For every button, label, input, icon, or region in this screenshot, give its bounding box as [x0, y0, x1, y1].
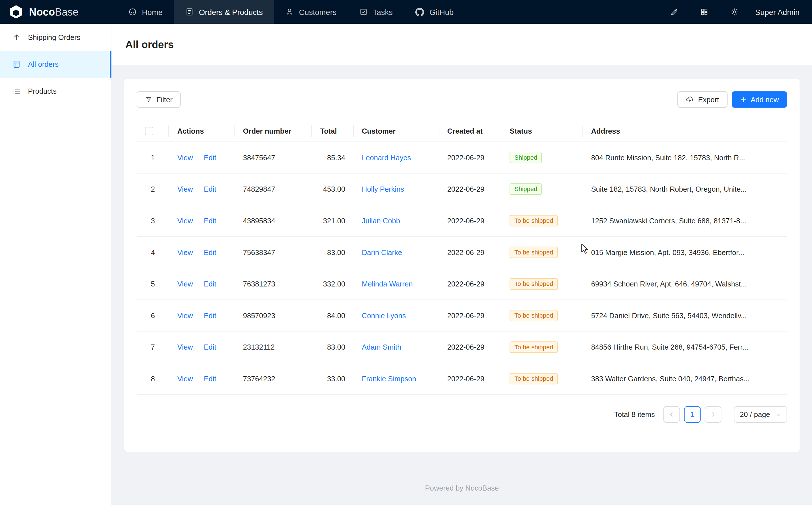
view-link[interactable]: View [178, 248, 193, 257]
brand[interactable]: NocoBase [0, 0, 117, 24]
table-row: 5 ViewEdit 76381273 332.00 Melinda Warre… [137, 269, 787, 300]
customer-link[interactable]: Melinda Warren [362, 280, 413, 288]
export-icon [686, 96, 694, 104]
view-link[interactable]: View [178, 216, 193, 225]
export-button-label: Export [698, 96, 719, 104]
list-icon [12, 87, 21, 95]
row-index: 3 [151, 217, 155, 225]
row-index: 4 [151, 248, 155, 257]
edit-link[interactable]: Edit [204, 311, 216, 320]
status-badge: To be shipped [510, 373, 558, 384]
customer-link[interactable]: Connie Lyons [362, 312, 406, 320]
address-text: 69934 Schoen River, Apt. 646, 49704, Wal… [591, 280, 747, 288]
page-size-select[interactable]: 20 / page [734, 406, 787, 423]
status-badge: To be shipped [510, 215, 558, 226]
edit-link[interactable]: Edit [204, 216, 216, 225]
content: Filter Export Add [111, 65, 812, 492]
customer-link[interactable]: Frankie Simpson [362, 375, 416, 383]
table-row: 4 ViewEdit 75638347 83.00 Darin Clarke 2… [137, 237, 787, 269]
sidebar-item-all-orders[interactable]: All orders [0, 51, 111, 77]
apps-icon[interactable] [694, 0, 715, 24]
app-root: NocoBase Home Orders & Products Customer… [0, 0, 812, 505]
nav-item-home[interactable]: Home [117, 0, 174, 24]
orders-card: Filter Export Add [124, 79, 800, 452]
status-badge: Shipped [510, 152, 542, 163]
main-area: All orders Filter [111, 24, 812, 505]
export-button[interactable]: Export [677, 91, 728, 108]
edit-link[interactable]: Edit [204, 185, 216, 193]
action-divider [198, 186, 199, 194]
action-divider [198, 218, 199, 225]
customer-link[interactable]: Julian Cobb [362, 217, 400, 225]
orders-icon [185, 8, 194, 16]
order-number: 38475647 [243, 153, 275, 162]
add-new-button[interactable]: Add new [731, 91, 787, 108]
created-at: 2022-06-29 [447, 375, 484, 383]
pagination: Total 8 items 1 20 / page [137, 406, 787, 423]
address-text: 804 Runte Mission, Suite 182, 15783, Nor… [591, 153, 745, 162]
sidebar-item-products[interactable]: Products [0, 78, 111, 105]
filter-button[interactable]: Filter [137, 91, 181, 108]
edit-link[interactable]: Edit [204, 280, 216, 288]
created-at: 2022-06-29 [447, 185, 484, 193]
user-menu[interactable]: Super Admin [755, 8, 800, 16]
nav-item-orders-products[interactable]: Orders & Products [174, 0, 274, 24]
customer-link[interactable]: Leonard Hayes [362, 153, 411, 162]
next-page-button[interactable] [705, 406, 721, 423]
status-badge: To be shipped [510, 310, 558, 321]
nav-item-label: GitHub [430, 8, 454, 16]
view-link[interactable]: View [178, 280, 193, 288]
table-row: 6 ViewEdit 98570923 84.00 Connie Lyons 2… [137, 300, 787, 332]
brand-name-bold: Noco [29, 6, 55, 17]
nav-item-tasks[interactable]: Tasks [348, 0, 404, 24]
view-link[interactable]: View [178, 311, 193, 320]
customers-icon [285, 8, 294, 16]
customer-link[interactable]: Adam Smith [362, 343, 401, 351]
home-icon [128, 8, 137, 16]
ui-editor-icon[interactable] [664, 0, 685, 24]
edit-link[interactable]: Edit [204, 153, 216, 162]
top-navbar: NocoBase Home Orders & Products Customer… [0, 0, 812, 24]
order-number: 74829847 [243, 185, 275, 193]
tasks-icon [359, 8, 367, 16]
select-all-checkbox[interactable] [145, 127, 153, 135]
view-link[interactable]: View [178, 343, 193, 351]
nav-item-customers[interactable]: Customers [274, 0, 348, 24]
row-index: 8 [151, 375, 155, 383]
view-link[interactable]: View [178, 153, 193, 162]
view-link[interactable]: View [178, 375, 193, 383]
order-number: 76381273 [243, 280, 275, 288]
prev-page-button[interactable] [663, 406, 680, 423]
status-badge: To be shipped [510, 342, 558, 353]
edit-link[interactable]: Edit [204, 343, 216, 351]
customer-link[interactable]: Holly Perkins [362, 185, 404, 193]
customer-link[interactable]: Darin Clarke [362, 248, 402, 257]
status-badge: Shipped [510, 183, 542, 195]
action-divider [198, 249, 199, 257]
edit-link[interactable]: Edit [204, 375, 216, 383]
page-1-button[interactable]: 1 [684, 406, 701, 423]
sidebar-item-label: Shipping Orders [28, 33, 80, 41]
order-total: 84.00 [327, 312, 345, 320]
action-divider [198, 281, 199, 289]
edit-link[interactable]: Edit [204, 248, 216, 257]
table-body: 1 ViewEdit 38475647 85.34 Leonard Hayes … [137, 142, 787, 395]
action-divider [198, 313, 199, 320]
nav-item-label: Home [142, 8, 163, 16]
order-number: 43895834 [243, 217, 275, 225]
sidebar-item-shipping-orders[interactable]: Shipping Orders [0, 24, 111, 51]
page-size-value: 20 / page [740, 410, 770, 419]
column-header-actions: Actions [169, 120, 235, 142]
footer: Powered by NocoBase [124, 484, 800, 492]
view-link[interactable]: View [178, 185, 193, 193]
action-divider [198, 155, 199, 162]
status-badge: To be shipped [510, 247, 558, 258]
table-row: 3 ViewEdit 43895834 321.00 Julian Cobb 2… [137, 205, 787, 237]
order-total: 85.34 [327, 153, 345, 162]
nav-item-github[interactable]: GitHub [404, 0, 465, 24]
settings-icon[interactable] [724, 0, 745, 24]
column-header-order-number: Order number [235, 120, 312, 142]
sidebar-item-label: All orders [28, 60, 58, 68]
row-index: 1 [151, 153, 155, 162]
add-new-button-label: Add new [751, 96, 779, 104]
